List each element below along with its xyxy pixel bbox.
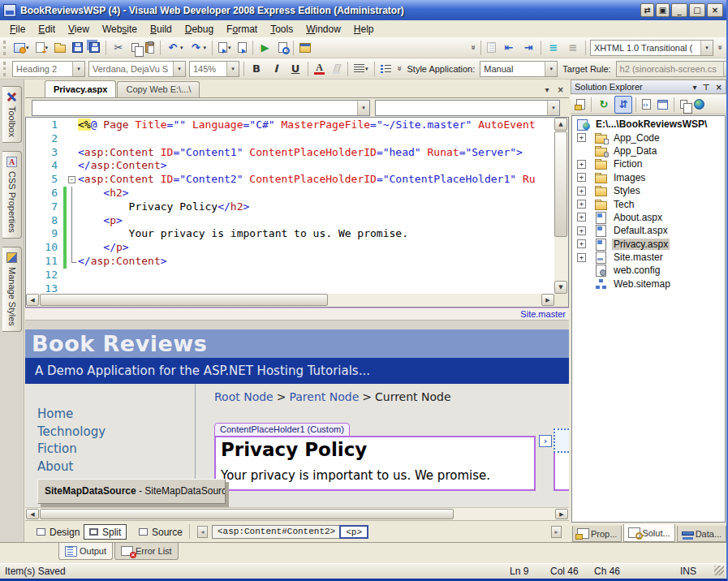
chevron-down-icon[interactable]: ▾: [545, 62, 557, 76]
nest-related-files-button[interactable]: ⇵: [614, 96, 632, 114]
design-paragraph[interactable]: Your privacy is important to us. We prom…: [221, 468, 534, 483]
design-view-button[interactable]: Design: [32, 524, 84, 540]
tag-navigator-forward-icon[interactable]: ▸: [551, 526, 562, 538]
pane-switch-button[interactable]: ⇄: [640, 3, 654, 17]
fold-margin[interactable]: -: [67, 173, 78, 187]
bold-button[interactable]: B: [248, 60, 265, 78]
tree-item-web-sitemap[interactable]: Web.sitemap: [572, 278, 725, 290]
view-code-button[interactable]: [640, 96, 653, 114]
tree-item-privacy-aspx[interactable]: +Privacy.aspx: [572, 238, 725, 251]
new-website-button[interactable]: ▾: [11, 39, 32, 57]
tree-item-e-bookreviewswsp-[interactable]: E:\...\BookReviewsWSP\: [572, 118, 725, 131]
chevron-down-icon[interactable]: ▾: [72, 62, 84, 76]
overflow-icon[interactable]: »: [716, 43, 725, 53]
tree-item-web-config[interactable]: web.config: [572, 264, 725, 277]
master-page-label[interactable]: Site.master: [25, 308, 569, 321]
content-placeholder-region[interactable]: Privacy Policy Your privacy is important…: [214, 436, 536, 491]
bottom-tab-output[interactable]: Output: [58, 543, 113, 560]
expander-icon[interactable]: +: [577, 160, 586, 169]
view-designer-button[interactable]: [655, 96, 670, 114]
tree-item-images[interactable]: +Images: [572, 171, 725, 184]
paste-button[interactable]: [143, 39, 157, 57]
site-nav-link-home[interactable]: Home: [37, 407, 73, 421]
navigate-backward-button[interactable]: ▾: [216, 39, 234, 57]
source-editor[interactable]: 1<%@ Page Title="" Language="C#" MasterP…: [25, 117, 569, 308]
tree-item-app-data[interactable]: App_Data: [572, 144, 725, 157]
chevron-down-icon[interactable]: ▾: [723, 62, 728, 76]
menu-item-format[interactable]: Format: [220, 22, 264, 37]
panel-tab-prop[interactable]: Prop...: [572, 526, 622, 542]
save-all-button[interactable]: [87, 39, 102, 57]
tag-navigator-tag[interactable]: <asp:Content#Content2>: [212, 525, 341, 539]
tree-item-fiction[interactable]: +Fiction: [572, 157, 725, 170]
format-document-button[interactable]: [485, 39, 498, 57]
underline-button[interactable]: U: [286, 60, 304, 78]
block-style-combo[interactable]: Heading 2▾: [12, 61, 85, 77]
toolbar-grip[interactable]: [3, 62, 7, 76]
scrollbar-thumb[interactable]: [40, 294, 328, 306]
code-line[interactable]: 12: [26, 269, 554, 282]
scroll-right-icon[interactable]: ▶: [541, 294, 554, 306]
code-line[interactable]: 11</asp:Content>: [26, 255, 554, 269]
close-button[interactable]: ×: [707, 3, 723, 17]
increase-indent-button[interactable]: ⇥: [519, 39, 537, 57]
menu-item-website[interactable]: Website: [96, 22, 144, 37]
aspnet-configuration-button[interactable]: [691, 96, 707, 114]
scrollbar-thumb[interactable]: [554, 131, 567, 237]
bullets-button[interactable]: [378, 60, 394, 78]
editor-horizontal-scrollbar[interactable]: ◀ ▶: [26, 294, 554, 307]
breadcrumb-node[interactable]: Root Node: [214, 390, 274, 403]
menu-item-tools[interactable]: Tools: [264, 22, 299, 37]
panel-tab-data[interactable]: Data...: [677, 526, 726, 542]
properties-button[interactable]: [574, 96, 588, 114]
code-line[interactable]: 4</asp:Content>: [26, 159, 554, 173]
toolwindow-tab-manage-styles[interactable]: Manage Styles: [2, 247, 22, 332]
tag-navigator-tag[interactable]: <p>: [339, 525, 368, 539]
chevron-down-icon[interactable]: ▾: [173, 62, 185, 76]
tree-item-about-aspx[interactable]: +About.aspx: [572, 211, 725, 224]
size-combo[interactable]: 145%▾: [189, 61, 239, 77]
types-combo[interactable]: ▾: [32, 100, 370, 116]
cut-button[interactable]: ✂: [110, 39, 127, 57]
split-view-button[interactable]: Split: [84, 524, 127, 540]
design-horizontal-scrollbar[interactable]: ◀ ▶: [25, 507, 569, 520]
code-line[interactable]: 10 </p>: [26, 241, 554, 255]
copy-button[interactable]: [129, 39, 141, 57]
minimize-button[interactable]: _: [671, 3, 687, 17]
chevron-down-icon[interactable]: ▾: [357, 101, 369, 115]
view-in-browser-button[interactable]: [276, 39, 290, 57]
editor-vertical-scrollbar[interactable]: ▲ ▼: [554, 118, 568, 294]
menu-item-build[interactable]: Build: [144, 22, 179, 37]
scroll-left-icon[interactable]: ◀: [26, 509, 39, 519]
highlight-button[interactable]: [329, 60, 344, 78]
breadcrumb-node[interactable]: Parent Node: [289, 390, 359, 403]
tree-item-app-code[interactable]: +App_Code: [572, 131, 725, 144]
smart-tag-button[interactable]: ›: [539, 435, 552, 447]
undo-button[interactable]: ↶▾: [164, 39, 186, 57]
tree-item-default-aspx[interactable]: +Default.aspx: [572, 224, 725, 237]
code-line[interactable]: 1<%@ Page Title="" Language="C#" MasterP…: [26, 118, 554, 132]
code-line[interactable]: 7 Privacy Policy</h2>: [26, 200, 554, 214]
code-line[interactable]: 3<asp:Content ID="Content1" ContentPlace…: [26, 146, 554, 160]
chevron-down-icon[interactable]: ▾: [545, 85, 549, 94]
add-new-item-button[interactable]: ▾: [33, 39, 51, 57]
maximize-button[interactable]: □: [689, 3, 705, 17]
overflow-icon[interactable]: »: [394, 64, 403, 74]
alignment-button[interactable]: ▾: [351, 60, 371, 78]
content-placeholder-label[interactable]: ContentPlaceHolder1 (Custom): [214, 423, 350, 437]
chevron-down-icon[interactable]: ▾: [226, 62, 239, 76]
tree-item-site-master[interactable]: +Site.master: [572, 251, 725, 264]
expander-icon[interactable]: +: [577, 239, 586, 248]
uncomment-button[interactable]: ≡: [564, 39, 582, 57]
decrease-indent-button[interactable]: ⇤: [500, 39, 518, 57]
expander-icon[interactable]: +: [577, 187, 586, 196]
source-view-button[interactable]: Source: [134, 524, 187, 540]
scroll-left-icon[interactable]: ◀: [26, 294, 39, 306]
redo-button[interactable]: ↷▾: [187, 39, 209, 57]
comment-button[interactable]: ≡: [545, 39, 562, 57]
panel-tab-solut[interactable]: Solut...: [623, 524, 674, 542]
open-file-button[interactable]: [52, 39, 68, 57]
expander-icon[interactable]: +: [577, 200, 586, 209]
menu-item-debug[interactable]: Debug: [179, 22, 220, 37]
refresh-button[interactable]: ↻: [595, 96, 613, 114]
